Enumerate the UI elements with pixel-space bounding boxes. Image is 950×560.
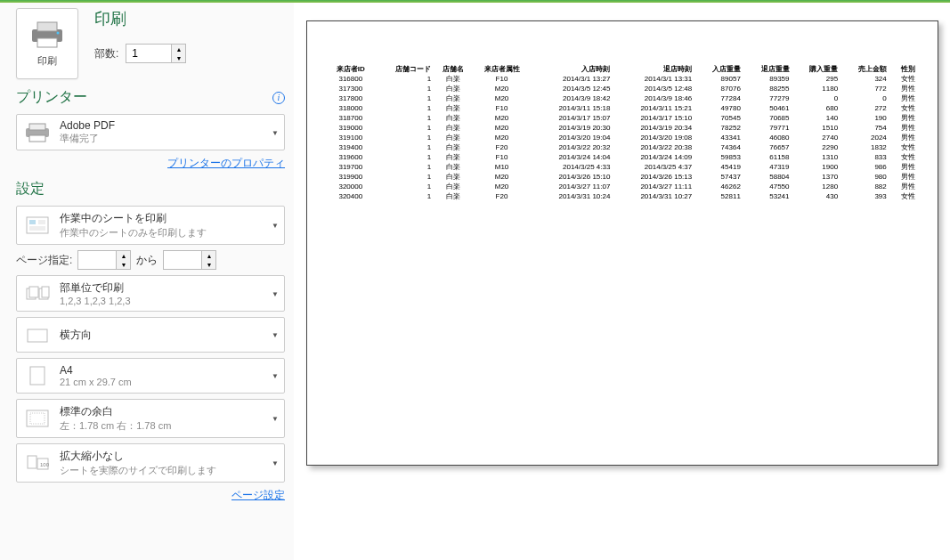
page-to-up[interactable]: ▲ (202, 251, 215, 260)
table-cell: 男性 (889, 172, 918, 182)
table-cell: 白楽 (434, 162, 472, 172)
table-cell: 52811 (694, 191, 743, 201)
table-cell: F10 (472, 103, 531, 113)
svg-point-3 (57, 31, 60, 34)
svg-rect-19 (28, 456, 37, 468)
table-cell: 50461 (743, 103, 792, 113)
info-icon[interactable]: i (272, 92, 285, 104)
table-cell: 430 (792, 191, 841, 201)
orientation-dropdown[interactable]: 横方向 ▼ (16, 317, 285, 353)
collate-dropdown[interactable]: 部単位で印刷 1,2,3 1,2,3 1,2,3 ▼ (16, 275, 285, 312)
paper-dropdown[interactable]: A4 21 cm x 29.7 cm ▼ (16, 358, 285, 394)
copies-spinner[interactable]: ▲ ▼ (126, 44, 186, 63)
table-cell: 0 (792, 93, 841, 103)
table-cell: 53241 (743, 191, 792, 201)
page-to-down[interactable]: ▼ (202, 260, 215, 269)
copies-down[interactable]: ▼ (172, 53, 185, 62)
table-cell: 318000 (327, 103, 376, 113)
margin-dropdown[interactable]: 標準の余白 左：1.78 cm 右：1.78 cm ▼ (16, 399, 285, 438)
table-cell: 70685 (743, 113, 792, 123)
table-cell: 1900 (792, 162, 841, 172)
data-table: 来店者ID店舗コード店舗名来店者属性入店時刻退店時刻入店重量退店重量購入重量売上… (327, 64, 918, 201)
table-cell: 57437 (694, 172, 743, 182)
table-cell: 2014/3/31 10:27 (613, 191, 694, 201)
table-cell: M20 (472, 123, 531, 133)
table-cell: 754 (840, 123, 889, 133)
table-cell: 白楽 (434, 152, 472, 162)
table-cell: 317800 (327, 93, 376, 103)
table-cell: 46262 (694, 182, 743, 191)
table-cell: F10 (472, 74, 531, 84)
table-cell: 295 (792, 74, 841, 84)
table-cell: 319600 (327, 152, 376, 162)
table-cell: 2014/3/9 18:42 (532, 93, 613, 103)
table-cell: 980 (840, 172, 889, 182)
print-what-dropdown[interactable]: 作業中のシートを印刷 作業中のシートのみを印刷します ▼ (16, 206, 285, 245)
table-cell: 70545 (694, 113, 743, 123)
table-header: 性別 (889, 64, 918, 74)
table-cell: M20 (472, 133, 531, 142)
copies-label: 部数: (94, 46, 118, 61)
table-cell: 2014/3/19 20:30 (532, 123, 613, 133)
table-cell: 2014/3/26 15:13 (613, 172, 694, 182)
page-to-spinner[interactable]: ▲▼ (163, 250, 216, 270)
page-from-down[interactable]: ▼ (117, 260, 130, 269)
table-row: 3197001白楽M102014/3/25 4:332014/3/25 4:37… (327, 162, 918, 172)
table-cell: 0 (840, 93, 889, 103)
table-cell: 833 (840, 152, 889, 162)
printer-dropdown[interactable]: Adobe PDF 準備完了 ▼ (16, 114, 285, 150)
table-cell: 319900 (327, 172, 376, 182)
table-cell: 1510 (792, 123, 841, 133)
table-row: 3190001白楽M202014/3/19 20:302014/3/19 20:… (327, 123, 918, 133)
print-button[interactable]: 印刷 (16, 8, 78, 79)
table-cell: 1 (375, 113, 434, 123)
scale-dropdown[interactable]: 100 拡大縮小なし シートを実際のサイズで印刷します ▼ (16, 443, 285, 483)
collate-title: 部単位で印刷 (60, 280, 277, 296)
page-to-input[interactable] (164, 251, 201, 269)
table-cell: 89057 (694, 74, 743, 84)
table-header: 来店者属性 (472, 64, 531, 74)
table-cell: F10 (472, 152, 531, 162)
chevron-down-icon: ▼ (272, 459, 279, 467)
table-cell: 男性 (889, 93, 918, 103)
svg-rect-6 (29, 135, 45, 142)
table-cell: 2014/3/25 4:37 (613, 162, 694, 172)
table-cell: 393 (840, 191, 889, 201)
page-from-input[interactable] (78, 251, 116, 269)
table-cell: 1 (375, 123, 434, 133)
table-cell: 2014/3/1 13:31 (613, 74, 694, 84)
copies-up[interactable]: ▲ (172, 45, 185, 53)
svg-rect-1 (37, 22, 57, 31)
table-cell: 772 (840, 84, 889, 93)
table-cell: 190 (840, 113, 889, 123)
table-cell: M20 (472, 93, 531, 103)
chevron-down-icon: ▼ (272, 331, 279, 339)
print-what-sub: 作業中のシートのみを印刷します (60, 226, 277, 239)
page-setup-link[interactable]: ページ設定 (231, 489, 285, 501)
page-from-up[interactable]: ▲ (117, 251, 130, 260)
table-header: 退店重量 (743, 64, 792, 74)
page-range-label: ページ指定: (16, 253, 72, 268)
printer-name: Adobe PDF (60, 119, 277, 132)
printer-properties-link[interactable]: プリンターのプロパティ (167, 157, 285, 169)
collate-sub: 1,2,3 1,2,3 1,2,3 (60, 296, 277, 306)
table-cell: 男性 (889, 84, 918, 93)
table-cell: 320000 (327, 182, 376, 191)
table-cell: M20 (472, 182, 531, 191)
table-cell: 2014/3/24 14:04 (532, 152, 613, 162)
table-cell: 白楽 (434, 103, 472, 113)
table-cell: 2014/3/17 15:10 (613, 113, 694, 123)
table-cell: 1180 (792, 84, 841, 93)
table-row: 3187001白楽M202014/3/17 15:072014/3/17 15:… (327, 113, 918, 123)
table-row: 3191001白楽M202014/3/20 19:042014/3/20 19:… (327, 133, 918, 142)
copies-input[interactable] (126, 45, 171, 62)
table-cell: 2014/3/25 4:33 (532, 162, 613, 172)
svg-rect-9 (38, 220, 45, 224)
table-cell: 1 (375, 84, 434, 93)
table-header: 入店時刻 (532, 64, 613, 74)
table-cell: M20 (472, 113, 531, 123)
table-cell: 43341 (694, 133, 743, 142)
page-from-spinner[interactable]: ▲▼ (77, 250, 131, 270)
sheet-icon (24, 213, 51, 238)
sidebar: 印刷 印刷 部数: ▲ ▼ プリンター i (0, 3, 294, 560)
